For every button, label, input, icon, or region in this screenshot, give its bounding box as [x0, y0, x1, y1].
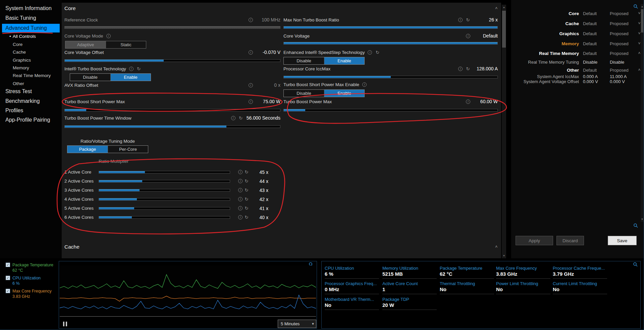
reset-icon[interactable]: ↻ [244, 179, 249, 184]
search-icon[interactable] [633, 223, 638, 228]
sidebar-item-graphics[interactable]: Graphics [13, 58, 31, 63]
ratio-slider-5[interactable] [99, 207, 230, 210]
turbo-boost-tech-label: Intel® Turbo Boost Technology [64, 66, 126, 71]
info-icon[interactable]: i [458, 67, 463, 71]
core-iccmax-slider[interactable] [283, 76, 498, 78]
reset-icon[interactable]: ↻ [244, 215, 249, 220]
discard-button[interactable]: Discard [556, 236, 584, 245]
disable-option[interactable]: Disable [70, 74, 110, 81]
ratio-slider-2[interactable] [99, 180, 230, 183]
scroll-up-icon[interactable]: ▴ [641, 4, 644, 9]
tb-power-time-window-slider[interactable] [64, 125, 280, 128]
info-icon[interactable]: i [238, 188, 243, 192]
info-icon[interactable]: i [249, 100, 253, 104]
search-icon[interactable] [633, 4, 638, 9]
reset-icon[interactable]: ↻ [238, 116, 243, 120]
core-voltage-offset-slider[interactable] [64, 59, 280, 62]
reset-icon[interactable]: ↻ [466, 66, 470, 71]
info-icon[interactable]: i [106, 34, 111, 38]
enable-option[interactable]: Enable [324, 90, 364, 97]
core-voltage-slider[interactable] [283, 42, 498, 45]
reset-icon[interactable]: ↻ [375, 50, 380, 55]
main-scrollbar[interactable]: ▴ ▾ [502, 5, 506, 258]
disable-option[interactable]: Disable [284, 90, 324, 97]
per-core-option[interactable]: Per-Core [108, 146, 148, 153]
sidebar-item-memory[interactable]: Memory [13, 65, 29, 70]
ratio-slider-4[interactable] [99, 198, 230, 201]
sidebar-item-real-time-memory[interactable]: Real Time Memory [13, 73, 51, 78]
core-section-header: Core [64, 5, 76, 11]
right-panel-scrollbar-thumb[interactable] [641, 9, 643, 32]
reset-icon[interactable]: ↻ [137, 66, 141, 71]
rp-row-core[interactable]: CoreDefaultProposed˅ [511, 8, 644, 18]
rp-row-cache[interactable]: CacheDefaultProposed˅ [511, 18, 644, 28]
control-max-non-turbo: Max Non Turbo Boost Ratioi↻26 x [283, 16, 498, 29]
sidebar-item-other[interactable]: Other [13, 81, 24, 86]
checkbox-package-temperature[interactable]: ✓ [6, 263, 10, 267]
info-icon[interactable]: i [458, 18, 463, 22]
sidebar-item-all-controls[interactable]: •All Controls [9, 34, 36, 39]
tb-power-max-slider[interactable] [283, 109, 498, 112]
info-icon[interactable]: i [238, 206, 243, 210]
info-icon[interactable]: i [238, 197, 243, 201]
info-icon[interactable]: i [249, 83, 253, 87]
info-icon[interactable]: i [238, 215, 243, 219]
tb-short-power-max-slider[interactable] [64, 109, 280, 112]
control-reference-clock: Reference Clocki100 MHz [64, 16, 280, 29]
core-collapse-icon[interactable]: ˄ [495, 6, 498, 11]
info-icon[interactable]: i [238, 170, 243, 174]
save-button[interactable]: Save [608, 236, 637, 245]
adaptive-option[interactable]: Adaptive [65, 41, 106, 48]
checkbox-max-core-frequency[interactable]: ✓ [6, 289, 10, 293]
reference-clock-slider[interactable] [64, 26, 280, 29]
main-scrollbar-thumb[interactable] [502, 11, 506, 48]
max-non-turbo-slider[interactable] [283, 26, 498, 29]
rp-row-memory[interactable]: MemoryDefaultProposed˅ [511, 39, 644, 49]
info-icon[interactable]: i [231, 116, 235, 120]
info-icon[interactable]: i [249, 18, 253, 22]
apply-button[interactable]: Apply [516, 236, 553, 245]
scroll-down-icon[interactable]: ▾ [502, 254, 506, 258]
sidebar-item-core[interactable]: Core [13, 42, 22, 47]
search-icon[interactable] [633, 262, 638, 267]
sidebar-item-stress-test[interactable]: Stress Test [5, 88, 32, 94]
checkbox-cpu-utilization[interactable]: ✓ [6, 276, 10, 280]
static-option[interactable]: Static [106, 41, 146, 48]
info-icon[interactable]: i [362, 82, 367, 87]
reset-icon[interactable]: ↻ [244, 170, 249, 175]
scroll-down-icon[interactable]: ▾ [641, 217, 644, 221]
ratio-slider-3[interactable] [99, 189, 230, 192]
pause-button[interactable] [63, 322, 67, 326]
rp-row-other[interactable]: OtherDefaultProposed˄ [511, 66, 644, 74]
info-icon[interactable]: i [129, 67, 133, 71]
sidebar-item-cache[interactable]: Cache [13, 50, 26, 55]
ratio-slider-6[interactable] [99, 216, 230, 219]
interval-dropdown[interactable]: 5 Minutes▾ [278, 320, 316, 328]
info-icon[interactable]: i [466, 100, 470, 104]
reset-icon[interactable]: ↻ [466, 17, 470, 22]
enable-option[interactable]: Enable [110, 74, 151, 81]
sidebar-item-advanced-tuning[interactable]: Advanced Tuning [2, 24, 60, 32]
sidebar-item-app-profile-pairing[interactable]: App-Profile Pairing [5, 117, 50, 123]
scroll-up-icon[interactable]: ▴ [502, 5, 506, 9]
sidebar-item-profiles[interactable]: Profiles [5, 108, 23, 114]
package-option[interactable]: Package [67, 146, 108, 153]
info-icon[interactable]: i [466, 34, 470, 38]
reset-icon[interactable]: ↻ [244, 206, 249, 211]
reset-icon[interactable]: ↻ [244, 197, 249, 202]
sidebar-item-basic-tuning[interactable]: Basic Tuning [5, 15, 36, 21]
rp-row-graphics[interactable]: GraphicsDefaultProposed˅ [511, 28, 644, 39]
rp-row-real-time-memory[interactable]: Real Time MemoryDefaultProposed˄ [511, 49, 644, 58]
sidebar-item-system-information[interactable]: System Information [5, 5, 52, 11]
info-icon[interactable]: i [238, 179, 243, 183]
monitoring-panel: ✓ Package Temperature62 °C ✓ CPU Utiliza… [0, 258, 644, 330]
ratio-slider-1[interactable] [99, 171, 230, 174]
right-panel-scrollbar[interactable]: ▴ ▾ [641, 4, 644, 222]
info-icon[interactable]: i [368, 50, 372, 55]
sidebar-item-benchmarking[interactable]: Benchmarking [5, 98, 40, 104]
disable-option[interactable]: Disable [284, 57, 324, 64]
enable-option[interactable]: Enable [324, 57, 364, 64]
info-icon[interactable]: i [249, 50, 253, 55]
reset-icon[interactable]: ↻ [244, 188, 249, 193]
cache-collapse-icon[interactable]: ˄ [495, 244, 498, 249]
